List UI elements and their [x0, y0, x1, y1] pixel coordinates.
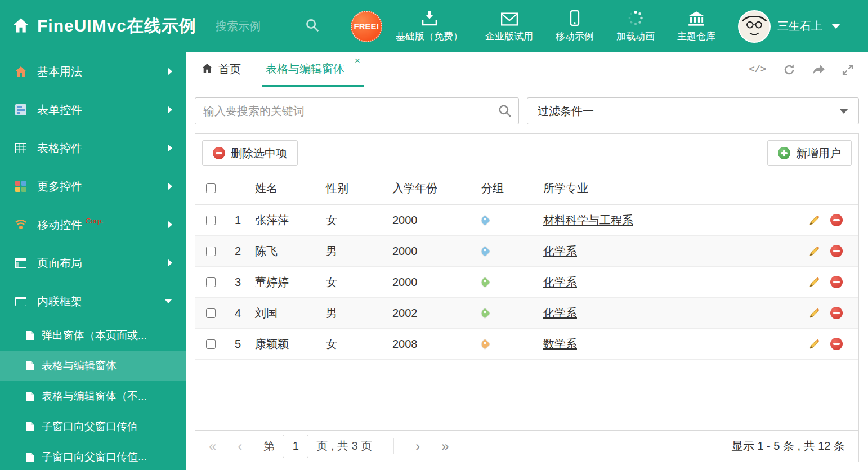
- filter-dropdown[interactable]: 过滤条件一: [527, 97, 859, 124]
- edit-icon[interactable]: [808, 245, 820, 257]
- edit-icon[interactable]: [808, 276, 820, 288]
- nav-item-mobile-demos[interactable]: 移动示例: [556, 9, 594, 44]
- row-check-cell: [195, 339, 226, 349]
- record-summary: 显示 1 - 5 条 , 共 12 条: [732, 438, 845, 454]
- major-link[interactable]: 化学系: [543, 245, 577, 257]
- row-checkbox[interactable]: [206, 308, 216, 318]
- header-name[interactable]: 姓名: [255, 181, 326, 196]
- table-row: 3 董婷婷 女 2000 化学系: [195, 267, 858, 298]
- sidebar-item-page-layout[interactable]: 页面布局: [0, 244, 186, 282]
- search-icon[interactable]: [498, 104, 512, 120]
- row-number: 5: [226, 338, 255, 351]
- source-code-icon[interactable]: </>: [749, 64, 766, 75]
- sidebar-item-form-controls[interactable]: 表单控件: [0, 91, 186, 129]
- next-page-icon[interactable]: ›: [415, 440, 420, 453]
- filter-dropdown-value: 过滤条件一: [538, 104, 594, 119]
- sidebar-subitem-child-to-parent[interactable]: 子窗口向父窗口传值: [0, 411, 186, 442]
- cell-name: 康颖颖: [255, 337, 326, 352]
- sidebar-item-basic-usage[interactable]: 基本用法: [0, 52, 186, 91]
- sidebar-item-label: 更多控件: [37, 179, 82, 194]
- header-year[interactable]: 入学年份: [392, 181, 477, 196]
- row-check-cell: [195, 277, 226, 287]
- header-group[interactable]: 分组: [477, 181, 543, 196]
- table-icon: [14, 143, 28, 153]
- delete-icon[interactable]: [830, 214, 843, 226]
- cell-year: 2008: [392, 338, 477, 351]
- add-user-button[interactable]: 新增用户: [767, 140, 852, 166]
- sidebar-item-label: 页面布局: [37, 256, 82, 271]
- row-number: 1: [226, 214, 255, 227]
- keyword-input[interactable]: [195, 98, 518, 124]
- expand-icon[interactable]: [842, 64, 853, 75]
- grid-panel: 删除选中项 新增用户 姓名 性别 入学年份 分组 所学专业 1 张萍萍 女 20…: [195, 133, 859, 462]
- edit-icon[interactable]: [808, 307, 820, 319]
- header-major[interactable]: 所学专业: [543, 181, 795, 196]
- close-icon[interactable]: ×: [354, 56, 360, 66]
- delete-icon[interactable]: [830, 338, 843, 350]
- nav-item-theme-store[interactable]: 主题仓库: [677, 9, 715, 44]
- major-link[interactable]: 化学系: [543, 276, 577, 288]
- row-check-cell: [195, 216, 226, 225]
- app-header: FineUIMvc在线示例 FREE! 基础版（免费） 企业版试用 移动示例: [0, 0, 868, 52]
- cell-actions: [795, 214, 858, 226]
- header-search-input[interactable]: [216, 20, 306, 33]
- nav-item-basic-edition[interactable]: 基础版（免费）: [396, 9, 463, 44]
- nav-item-enterprise-trial[interactable]: 企业版试用: [485, 9, 533, 44]
- table-row: 1 张萍萍 女 2000 材料科学与工程系: [195, 205, 858, 236]
- sidebar-item-mobile-controls[interactable]: 移动控件 Corp.: [0, 205, 186, 244]
- major-link[interactable]: 数学系: [543, 338, 577, 350]
- edit-icon[interactable]: [808, 338, 820, 350]
- search-icon[interactable]: [306, 19, 319, 34]
- blocks-icon: [14, 181, 28, 192]
- username: 三生石上: [777, 19, 822, 34]
- sidebar-item-label: 内联框架: [37, 294, 82, 309]
- row-number: 2: [226, 245, 255, 258]
- cell-gender: 男: [326, 244, 392, 259]
- edit-icon[interactable]: [808, 214, 820, 226]
- home-small-icon: [14, 66, 28, 77]
- page-number-input[interactable]: [283, 435, 308, 458]
- sidebar-subitem-grid-edit-window-2[interactable]: 表格与编辑窗体（不...: [0, 381, 186, 411]
- row-checkbox[interactable]: [206, 247, 216, 256]
- row-checkbox[interactable]: [206, 339, 216, 349]
- sidebar-item-more-controls[interactable]: 更多控件: [0, 167, 186, 205]
- page-suffix: 页 , 共 3 页: [316, 438, 372, 454]
- tab-bar: 首页 表格与编辑窗体 × </>: [186, 52, 868, 87]
- table-filler: [195, 360, 858, 430]
- home-tab-icon: [202, 63, 213, 76]
- row-check-cell: [195, 247, 226, 256]
- free-badge: FREE!: [351, 11, 382, 42]
- delete-selected-button[interactable]: 删除选中项: [202, 140, 298, 166]
- sidebar-subitem-child-to-parent-2[interactable]: 子窗口向父窗口传值...: [0, 442, 186, 470]
- delete-icon[interactable]: [830, 307, 843, 319]
- user-menu[interactable]: 三生石上: [738, 10, 840, 43]
- row-checkbox[interactable]: [206, 216, 216, 225]
- cell-year: 2000: [392, 214, 477, 227]
- delete-icon[interactable]: [830, 276, 843, 288]
- tab-grid-edit-window[interactable]: 表格与编辑窗体 ×: [262, 52, 364, 87]
- sidebar-subitem-popup-window[interactable]: 弹出窗体（本页面或...: [0, 320, 186, 351]
- major-link[interactable]: 材料科学与工程系: [543, 214, 633, 226]
- first-page-icon[interactable]: «: [209, 440, 216, 453]
- row-checkbox[interactable]: [206, 277, 216, 287]
- minus-circle-icon: [213, 147, 225, 159]
- delete-icon[interactable]: [830, 245, 843, 257]
- refresh-icon[interactable]: [783, 64, 795, 75]
- share-icon[interactable]: [812, 64, 825, 75]
- sidebar-item-iframe[interactable]: 内联框架: [0, 282, 186, 320]
- form-icon: [14, 104, 28, 115]
- nav-item-loading-animations[interactable]: 加载动画: [616, 9, 655, 44]
- select-all-checkbox[interactable]: [206, 183, 216, 193]
- header-gender[interactable]: 性别: [326, 181, 392, 196]
- last-page-icon[interactable]: »: [441, 440, 449, 453]
- main-area: 首页 表格与编辑窗体 × </> 过滤条件一: [186, 52, 868, 470]
- sidebar-subitem-grid-edit-window[interactable]: 表格与编辑窗体: [0, 351, 186, 381]
- sidebar-item-grid-controls[interactable]: 表格控件: [0, 129, 186, 167]
- cell-year: 2000: [392, 245, 477, 258]
- tab-home[interactable]: 首页: [196, 52, 247, 87]
- brand[interactable]: FineUIMvc在线示例: [12, 15, 196, 38]
- major-link[interactable]: 化学系: [543, 307, 577, 319]
- cell-major: 化学系: [543, 306, 795, 321]
- prev-page-icon[interactable]: ‹: [238, 440, 242, 453]
- table-row: 2 陈飞 男 2000 化学系: [195, 236, 858, 267]
